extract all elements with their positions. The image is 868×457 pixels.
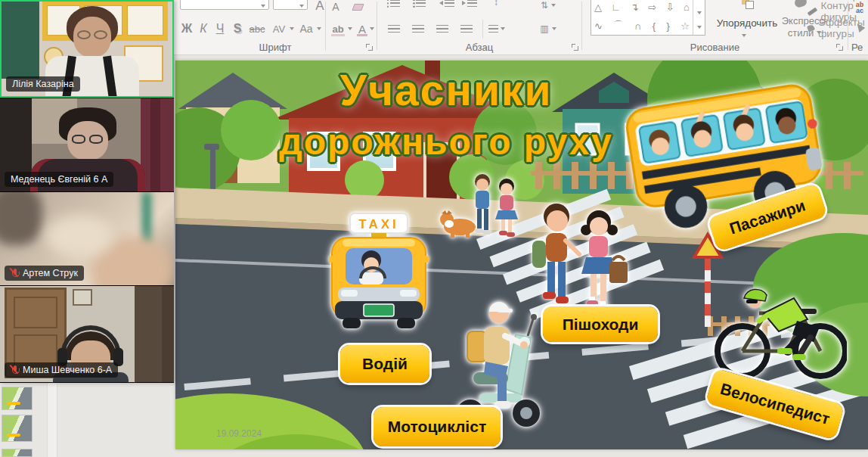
shape-star-icon[interactable]: ☆ — [680, 20, 690, 32]
text-highlight-caret[interactable] — [347, 24, 353, 33]
shape-elbow-arrow-icon[interactable]: ↴ — [631, 2, 639, 13]
participant-name-badge: Миша Шевченко 6-А — [5, 362, 118, 378]
slide-thumbnail[interactable] — [2, 449, 33, 457]
muted-mic-icon — [11, 365, 19, 375]
label-pedestrians[interactable]: Пішоходи — [543, 306, 658, 342]
shape-brace-left-icon[interactable]: { — [653, 20, 656, 32]
shapes-gallery[interactable]: △ ∟ ↴ ⇨ ⇩ ⌂ ∿ ⌒ ∩ { } ☆ — [591, 0, 705, 36]
align-center-button[interactable] — [410, 21, 426, 36]
arrange-button[interactable] — [713, 0, 781, 11]
paragraph-dialog-launcher-icon[interactable] — [571, 43, 579, 51]
change-case-button[interactable]: Aa — [297, 20, 315, 38]
change-case-caret[interactable] — [316, 24, 322, 33]
text-highlight-button[interactable]: ab — [330, 20, 346, 38]
chevron-down-icon — [552, 27, 556, 30]
teacher-glasses — [77, 30, 91, 39]
shape-callout-icon[interactable]: ⌂ — [684, 2, 690, 13]
select-button[interactable] — [853, 20, 866, 33]
bullets-button[interactable] — [387, 0, 402, 9]
video-tile-student-3[interactable]: Миша Шевченко 6-А — [0, 286, 174, 382]
bullet-list-icon — [390, 0, 400, 8]
scroll-down-icon[interactable] — [697, 11, 702, 14]
underline-button[interactable]: Ч — [212, 20, 228, 38]
font-size-combo[interactable] — [273, 0, 308, 10]
slide-date: 19.09.2024 — [216, 428, 262, 439]
slide-title[interactable]: Учасники дорожнього руху — [242, 62, 650, 166]
convert-smartart-button[interactable]: ▥ — [537, 21, 560, 36]
red-curtain — [141, 98, 174, 191]
shape-triangle-icon[interactable]: △ — [594, 2, 602, 13]
align-right-button[interactable] — [434, 21, 451, 36]
slide-thumbnail[interactable] — [2, 387, 33, 410]
columns-icon — [488, 25, 498, 33]
ribbon-group-paragraph: ↕ ⇅ ▥ Абзац — [378, 0, 581, 55]
font-color-caret[interactable] — [369, 24, 375, 33]
justify-button[interactable] — [458, 21, 475, 36]
character-spacing-button[interactable]: AV — [270, 20, 288, 38]
chalkboard — [2, 2, 39, 79]
participant-name-badge: Артем Струк — [5, 266, 84, 281]
video-tile-student-2[interactable]: Артем Струк — [0, 192, 174, 285]
font-name-combo[interactable] — [180, 0, 269, 10]
video-tile-teacher[interactable]: Лілія Казаріна — [0, 0, 174, 98]
participant-name-badge: Лілія Казаріна — [6, 76, 80, 92]
slide-title-line2: дорожнього руху — [242, 118, 650, 166]
shape-arrow-down-icon[interactable]: ⇩ — [666, 2, 674, 13]
editing-group-label: Ре — [851, 42, 868, 53]
font-dialog-launcher-icon[interactable] — [365, 43, 374, 51]
cursor-select-icon — [854, 21, 866, 33]
student1-glasses — [72, 135, 85, 144]
shape-brace-right-icon[interactable]: } — [666, 20, 669, 32]
label-driver[interactable]: Водій — [340, 345, 429, 383]
wardrobe — [135, 286, 174, 382]
font-color-button[interactable]: A — [355, 20, 369, 38]
character-spacing-caret[interactable] — [289, 24, 295, 33]
align-center-icon — [412, 25, 424, 33]
children-with-dog-sticker[interactable] — [439, 166, 525, 239]
bold-button[interactable]: Ж — [178, 20, 195, 38]
arrange-caret[interactable] — [740, 32, 748, 39]
shrink-font-button[interactable]: A — [329, 0, 343, 14]
effects-icon — [807, 24, 815, 33]
line-spacing-button[interactable]: ↕ — [488, 0, 504, 9]
zoom-video-strip: Лілія Казаріна Меденець Євгеній 6 А Арте… — [0, 0, 174, 383]
chevron-down-icon — [370, 27, 374, 30]
justify-icon — [460, 25, 473, 33]
video-tile-student-1[interactable]: Меденець Євгеній 6 А — [0, 98, 174, 191]
increase-indent-button[interactable] — [464, 0, 479, 9]
shape-elbow-icon[interactable]: ∟ — [612, 2, 622, 13]
chevron-down-icon — [501, 27, 505, 30]
chevron-down-icon — [551, 4, 556, 7]
columns-button[interactable] — [488, 21, 505, 36]
chevron-down-icon — [348, 27, 352, 30]
arrange-label[interactable]: Упорядочить — [710, 17, 784, 29]
replace-button[interactable]: ab ac — [853, 0, 866, 15]
chevron-down-icon — [290, 27, 294, 30]
shape-curve-icon[interactable]: ∩ — [634, 20, 641, 32]
cyclist-sticker[interactable] — [711, 260, 847, 384]
taxi-sticker[interactable]: TAXI — [329, 212, 429, 351]
chevron-down-icon — [317, 27, 321, 30]
text-shadow-button[interactable]: S — [230, 20, 245, 38]
chevron-down-icon — [261, 5, 265, 8]
numbering-button[interactable] — [413, 0, 428, 9]
gallery-more-icon[interactable] — [697, 26, 702, 29]
clear-formatting-button[interactable] — [349, 0, 366, 14]
slide-thumbnail[interactable] — [2, 415, 33, 442]
shape-arrow-right-icon[interactable]: ⇨ — [648, 2, 656, 13]
align-left-icon — [388, 25, 400, 33]
strikethrough-button[interactable]: abc — [246, 20, 268, 38]
quick-styles-icon — [793, 0, 808, 8]
shape-scribble-icon[interactable]: ∿ — [594, 20, 603, 32]
highlight-colorbar — [331, 34, 345, 37]
participant-name-badge: Меденець Євгеній 6 А — [5, 172, 113, 187]
chevron-down-icon — [742, 34, 746, 37]
shape-arc-icon[interactable]: ⌒ — [613, 19, 623, 33]
label-motorcyclist[interactable]: Мотоцикліст — [374, 407, 501, 446]
align-left-button[interactable] — [386, 21, 402, 36]
shapes-gallery-scrollbar[interactable] — [693, 0, 705, 35]
decrease-indent-button[interactable] — [442, 0, 457, 9]
indent-decrease-icon — [445, 0, 454, 8]
italic-button[interactable]: К — [196, 20, 211, 38]
text-direction-button[interactable]: ⇅ — [537, 0, 560, 12]
